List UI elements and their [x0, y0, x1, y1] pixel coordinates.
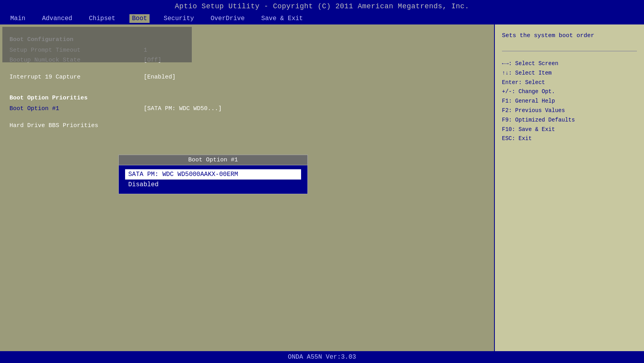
popup-content: SATA PM: WDC WD5000AAKX-00ERM Disabled	[118, 165, 308, 194]
key-help-list: ←→: Select Screen↑↓: Select ItemEnter: S…	[502, 59, 637, 144]
status-text: ONDA A55N Ver:3.03	[288, 354, 356, 361]
nav-bar: MainAdvancedChipsetBootSecurityOverDrive…	[0, 13, 644, 24]
boot-option1-row[interactable]: Boot Option #1 [SATA PM: WDC WD50...]	[9, 105, 485, 112]
status-bar: ONDA A55N Ver:3.03	[0, 351, 644, 363]
nav-item-overdrive[interactable]: OverDrive	[208, 14, 247, 23]
nav-item-advanced[interactable]: Advanced	[39, 14, 75, 23]
boot-option1-value: [SATA PM: WDC WD50...]	[144, 105, 222, 112]
boot-option-popup[interactable]: Boot Option #1 SATA PM: WDC WD5000AAKX-0…	[118, 155, 308, 194]
interrupt-value: [Enabled]	[144, 74, 176, 80]
bios-screen: Aptio Setup Utility - Copyright (C) 2011…	[0, 0, 644, 363]
nav-item-main[interactable]: Main	[8, 14, 28, 23]
popup-title: Boot Option #1	[118, 155, 308, 165]
title-text: Aptio Setup Utility - Copyright (C) 2011…	[175, 2, 469, 10]
key-help-item-5: F2: Previous Values	[502, 106, 637, 116]
key-help-item-3: +/-: Change Opt.	[502, 87, 637, 97]
key-help-item-4: F1: General Help	[502, 97, 637, 106]
boot-priority-section: Boot Option Priorities	[9, 95, 485, 101]
title-bar: Aptio Setup Utility - Copyright (C) 2011…	[0, 0, 644, 13]
key-help-item-6: F9: Optimized Defaults	[502, 116, 637, 125]
left-panel: Boot Configuration Setup Prompt Timeout …	[0, 24, 494, 351]
nav-item-security[interactable]: Security	[161, 14, 197, 23]
section2-title: Boot Option Priorities	[9, 95, 485, 101]
right-panel: Sets the system boot order ←→: Select Sc…	[494, 24, 644, 351]
popup-option-1[interactable]: SATA PM: WDC WD5000AAKX-00ERM	[125, 169, 301, 180]
hdd-priorities-row[interactable]: Hard Drive BBS Priorities	[9, 122, 485, 129]
key-help-item-2: Enter: Select	[502, 78, 637, 88]
key-help-item-7: F10: Save & Exit	[502, 125, 637, 135]
nav-item-boot[interactable]: Boot	[129, 14, 149, 23]
boot-option1-label: Boot Option #1	[9, 105, 144, 112]
hdd-priorities-label: Hard Drive BBS Priorities	[9, 122, 144, 129]
key-help-divider	[502, 51, 637, 51]
key-help-item-8: ESC: Exit	[502, 134, 637, 144]
nav-item-save---exit[interactable]: Save & Exit	[259, 14, 305, 23]
main-content: Boot Configuration Setup Prompt Timeout …	[0, 24, 644, 351]
nav-item-chipset[interactable]: Chipset	[86, 14, 118, 23]
interrupt-row: Interrupt 19 Capture [Enabled]	[9, 74, 485, 80]
help-text: Sets the system boot order	[502, 32, 637, 39]
popup-shadow	[2, 27, 192, 62]
key-help-item-0: ←→: Select Screen	[502, 59, 637, 69]
popup-option-2[interactable]: Disabled	[125, 180, 301, 190]
interrupt-label: Interrupt 19 Capture	[9, 74, 144, 80]
key-help-item-1: ↑↓: Select Item	[502, 69, 637, 78]
